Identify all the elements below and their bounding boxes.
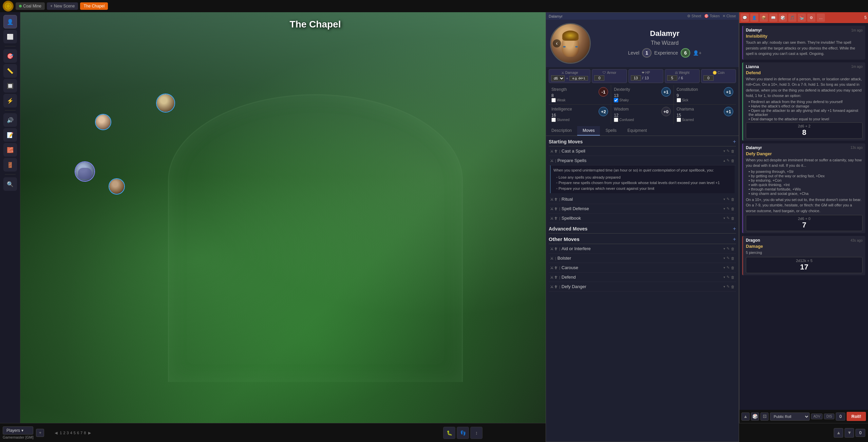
move-edit-defy[interactable]: ✎ [727,284,730,289]
sidebar-icon-walls[interactable]: 🧱 [3,143,17,157]
sidebar-icon-lighting[interactable]: ⚡ [3,94,17,107]
rp-icon-actors[interactable]: 👤 [750,14,758,22]
move-defy-danger[interactable]: ⚔🗡 | Defy Danger ▾ ✎ 🗑 [549,282,736,292]
roll-type-select[interactable]: Public Roll Private GM Roll Blind GM Rol… [770,413,810,421]
canvas-token-3[interactable]: Dragon [75,161,95,182]
roll-button[interactable]: Roll! [847,412,866,421]
roll-mode-icon[interactable]: 🎲 [751,413,759,421]
sidebar-icon-tiles[interactable]: 🔲 [3,79,17,93]
dis-btn[interactable]: DIS [824,414,834,419]
rp-icon-compendium[interactable]: 📚 [798,14,806,22]
sidebar-icon-actors[interactable]: 👤 [3,15,17,28]
add-exp-btn[interactable]: 👤+ [693,50,701,56]
sheet-btn[interactable]: ⚙ Sheet [687,14,701,18]
move-delete-defy[interactable]: 🗑 [731,284,735,289]
page-1[interactable]: 1 [60,431,62,435]
rp-icon-settings[interactable]: ⚙ [807,14,815,22]
app-logo[interactable] [3,1,14,12]
charisma-mod[interactable]: +1 [724,107,733,116]
sidebar-icon-token[interactable]: 🎯 [3,49,17,63]
move-spell-defense[interactable]: ⚔🗡 | Spell Defense ▾ ✎ 🗑 [549,204,736,214]
canvas-token-1[interactable]: Dalamyr [156,94,175,113]
coin-value[interactable] [703,75,714,81]
token-btn[interactable]: 🎯 Token [704,14,720,18]
close-btn[interactable]: ✕ Close [722,14,736,18]
page-4[interactable]: 4 [70,431,72,435]
starting-moves-add[interactable]: + [733,139,736,145]
wisdom-condition-check[interactable] [614,118,618,122]
sidebar-icon-zoom[interactable]: 🔍 [3,177,17,191]
tab-coal-mine[interactable]: Coal Mine [16,2,45,10]
move-edit-aid[interactable]: ✎ [727,246,730,251]
move-edit-1[interactable]: ✎ [727,149,730,153]
move-delete-carouse[interactable]: 🗑 [731,265,735,270]
move-delete-4[interactable]: 🗑 [731,206,735,211]
move-delete-defend[interactable]: 🗑 [731,275,735,279]
strength-condition-check[interactable] [551,98,556,102]
page-3[interactable]: 3 [67,431,69,435]
page-7[interactable]: 7 [80,431,82,435]
tool-token-hud[interactable]: 👣 [457,427,469,439]
nav-up-btn[interactable]: ▲ [834,428,843,438]
rp-icon-chat[interactable]: 💬 [741,14,749,22]
armor-value[interactable] [594,75,604,81]
tool-scale[interactable]: ↕ [470,427,483,439]
wisdom-mod[interactable]: +0 [661,107,671,116]
tab-equipment[interactable]: Equipment [622,126,652,136]
weight-current[interactable] [667,75,677,81]
damage-bonus[interactable] [569,76,588,81]
move-edit-defend[interactable]: ✎ [727,275,730,279]
portrait-nav-left[interactable]: ‹ [553,39,561,47]
add-player-btn[interactable]: + [36,429,44,437]
move-delete-3[interactable]: 🗑 [731,197,735,201]
move-edit-5[interactable]: ✎ [727,216,730,220]
tab-spells[interactable]: Spells [600,126,622,136]
rp-icon-items[interactable]: 📦 [760,14,768,22]
sidebar-icon-sounds[interactable]: 🔊 [3,113,17,127]
sidebar-icon-measure[interactable]: 📏 [3,64,17,78]
move-carouse[interactable]: ⚔🗡 | Carouse ▾ ✎ 🗑 [549,263,736,273]
rp-icon-music[interactable]: 🎵 [788,14,796,22]
page-8[interactable]: 8 [84,431,86,435]
move-edit-3[interactable]: ✎ [727,197,730,201]
page-5[interactable]: 5 [74,431,76,435]
rp-icon-tables[interactable]: 🎲 [779,14,787,22]
sidebar-icon-doors[interactable]: 🚪 [3,158,17,172]
tab-description[interactable]: Description [546,126,577,136]
move-defend[interactable]: ⚔🗡 | Defend ▾ ✎ 🗑 [549,273,736,282]
move-delete-aid[interactable]: 🗑 [731,246,735,251]
constitution-condition-check[interactable] [677,98,681,102]
move-delete-bolster[interactable]: 🗑 [731,256,735,260]
tab-chapel[interactable]: The Chapel [80,2,108,10]
sidebar-icon-notes[interactable]: 📝 [3,128,17,142]
tab-new-scene[interactable]: + New Scene [47,2,78,10]
move-ritual[interactable]: ⚔🗡 | Ritual ▾ ✎ 🗑 [549,195,736,204]
players-button[interactable]: Players ▾ [3,426,33,435]
move-edit-2[interactable]: ✎ [727,158,730,163]
move-delete-2[interactable]: 🗑 [731,158,735,163]
sheet-content[interactable]: Starting Moves + ⚔🗡 | Cast a Spell ▾ ✎ 🗑… [546,136,739,442]
other-moves-add[interactable]: + [733,236,736,242]
move-delete-1[interactable]: 🗑 [731,149,735,153]
page-next-btn[interactable]: ► [87,430,92,436]
move-cast-spell[interactable]: ⚔🗡 | Cast a Spell ▾ ✎ 🗑 [549,146,736,156]
hp-current[interactable] [631,75,641,81]
main-canvas[interactable]: The Chapel Dalamyr Dragon [20,12,610,423]
move-bolster[interactable]: ⚔ | Bolster ▾ ✎ 🗑 [549,254,736,263]
constitution-mod[interactable]: +1 [724,87,733,97]
chat-log[interactable]: Dalamyr 1m ago Invisibility Touch an all… [739,23,868,410]
move-edit-carouse[interactable]: ✎ [727,265,730,270]
tab-moves[interactable]: Moves [577,126,600,136]
damage-die-select[interactable]: d6d8d10 [551,75,565,81]
rp-icon-journal[interactable]: 📖 [769,14,777,22]
move-spellbook[interactable]: ⚔🗡 | Spellbook ▾ ✎ 🗑 [549,214,736,223]
move-delete-5[interactable]: 🗑 [731,216,735,220]
dice-icon[interactable]: ⚄ [760,413,769,421]
dexterity-condition-check[interactable] [614,98,618,102]
adv-btn[interactable]: ADV [811,414,823,419]
page-prev-btn[interactable]: ◄ [54,430,58,436]
nav-down-btn[interactable]: ▼ [845,428,854,438]
move-aid-interfere[interactable]: ⚔🗡 | Aid or Interfere ▾ ✎ 🗑 [549,244,736,254]
move-prepare-spells[interactable]: ⚔ | Prepare Spells ▴ ✎ 🗑 [549,156,736,165]
dexterity-mod[interactable]: +1 [661,87,671,97]
